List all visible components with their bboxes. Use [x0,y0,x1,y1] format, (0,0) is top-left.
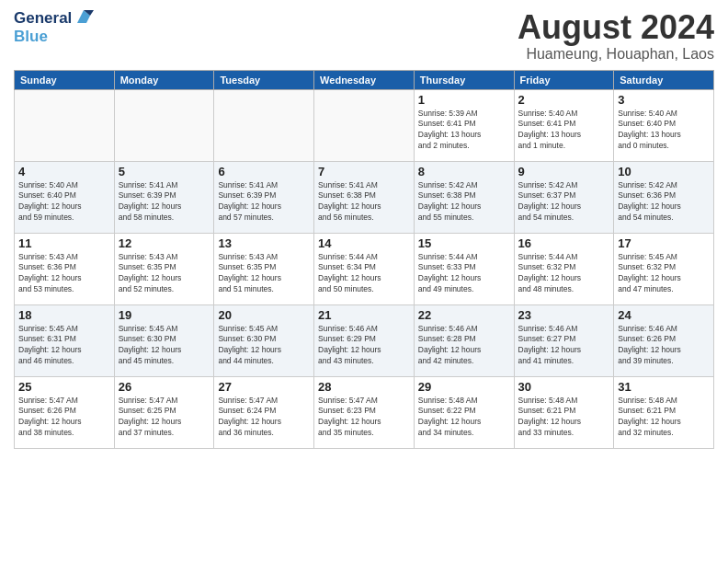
day-info: Sunrise: 5:48 AMSunset: 6:21 PMDaylight:… [618,396,710,440]
day-info: Sunrise: 5:42 AMSunset: 6:36 PMDaylight:… [618,180,710,224]
calendar-cell: 7Sunrise: 5:41 AMSunset: 6:38 PMDaylight… [314,161,415,233]
calendar-cell: 30Sunrise: 5:48 AMSunset: 6:21 PMDayligh… [514,376,614,448]
day-number: 24 [618,308,710,322]
calendar-week-4: 18Sunrise: 5:45 AMSunset: 6:31 PMDayligh… [15,304,714,376]
calendar-cell: 27Sunrise: 5:47 AMSunset: 6:24 PMDayligh… [214,376,314,448]
header: General Blue August 2024 Huameung, Houap… [14,9,714,63]
day-info: Sunrise: 5:43 AMSunset: 6:36 PMDaylight:… [18,252,110,296]
day-info: Sunrise: 5:47 AMSunset: 6:25 PMDaylight:… [119,396,210,440]
calendar-cell: 26Sunrise: 5:47 AMSunset: 6:25 PMDayligh… [114,376,214,448]
day-info: Sunrise: 5:46 AMSunset: 6:29 PMDaylight:… [318,324,410,368]
subtitle: Huameung, Houaphan, Laos [518,46,714,63]
day-info: Sunrise: 5:41 AMSunset: 6:39 PMDaylight:… [218,180,310,224]
calendar-cell: 10Sunrise: 5:42 AMSunset: 6:36 PMDayligh… [614,161,714,233]
day-number: 30 [518,380,610,394]
day-number: 17 [618,236,710,250]
day-number: 15 [418,236,510,250]
calendar-cell: 18Sunrise: 5:45 AMSunset: 6:31 PMDayligh… [15,304,115,376]
day-info: Sunrise: 5:40 AMSunset: 6:41 PMDaylight:… [518,109,610,153]
day-info: Sunrise: 5:44 AMSunset: 6:34 PMDaylight:… [318,252,410,296]
logo-icon [74,6,94,27]
calendar-cell: 17Sunrise: 5:45 AMSunset: 6:32 PMDayligh… [614,233,714,304]
day-info: Sunrise: 5:41 AMSunset: 6:39 PMDaylight:… [119,180,210,224]
day-number: 8 [418,165,510,178]
page: General Blue August 2024 Huameung, Houap… [0,0,728,563]
day-number: 13 [218,236,310,250]
title-area: August 2024 Huameung, Houaphan, Laos [518,9,714,63]
calendar-cell: 2Sunrise: 5:40 AMSunset: 6:41 PMDaylight… [514,89,614,161]
logo-general: General [14,9,72,28]
day-info: Sunrise: 5:40 AMSunset: 6:40 PMDaylight:… [618,109,710,153]
calendar-cell [314,89,415,161]
day-info: Sunrise: 5:47 AMSunset: 6:23 PMDaylight:… [318,396,410,440]
calendar-header-monday: Monday [114,70,214,89]
calendar-cell: 19Sunrise: 5:45 AMSunset: 6:30 PMDayligh… [114,304,214,376]
calendar-cell: 8Sunrise: 5:42 AMSunset: 6:38 PMDaylight… [414,161,514,233]
day-info: Sunrise: 5:44 AMSunset: 6:33 PMDaylight:… [418,252,510,296]
day-number: 27 [218,380,310,394]
day-number: 7 [318,165,410,178]
day-number: 11 [18,236,110,250]
day-info: Sunrise: 5:43 AMSunset: 6:35 PMDaylight:… [218,252,310,296]
day-number: 26 [119,380,210,394]
day-number: 31 [618,380,710,394]
day-info: Sunrise: 5:39 AMSunset: 6:41 PMDaylight:… [418,109,510,153]
day-info: Sunrise: 5:46 AMSunset: 6:26 PMDaylight:… [618,324,710,368]
day-number: 16 [518,236,610,250]
day-info: Sunrise: 5:41 AMSunset: 6:38 PMDaylight:… [318,180,410,224]
calendar-cell: 1Sunrise: 5:39 AMSunset: 6:41 PMDaylight… [414,89,514,161]
day-number: 12 [119,236,210,250]
calendar-cell: 9Sunrise: 5:42 AMSunset: 6:37 PMDaylight… [514,161,614,233]
calendar-cell: 28Sunrise: 5:47 AMSunset: 6:23 PMDayligh… [314,376,415,448]
calendar-cell [114,89,214,161]
day-number: 2 [518,93,610,107]
day-number: 25 [18,380,110,394]
day-info: Sunrise: 5:45 AMSunset: 6:30 PMDaylight:… [218,324,310,368]
calendar-header-saturday: Saturday [614,70,714,89]
calendar-cell [214,89,314,161]
day-number: 22 [418,308,510,322]
calendar-cell: 24Sunrise: 5:46 AMSunset: 6:26 PMDayligh… [614,304,714,376]
day-info: Sunrise: 5:47 AMSunset: 6:26 PMDaylight:… [18,396,110,440]
calendar-cell: 16Sunrise: 5:44 AMSunset: 6:32 PMDayligh… [514,233,614,304]
calendar-cell: 14Sunrise: 5:44 AMSunset: 6:34 PMDayligh… [314,233,415,304]
calendar-header-tuesday: Tuesday [214,70,314,89]
day-number: 1 [418,93,510,107]
day-number: 9 [518,165,610,178]
logo-line: General [14,9,94,28]
calendar-cell: 20Sunrise: 5:45 AMSunset: 6:30 PMDayligh… [214,304,314,376]
calendar-week-3: 11Sunrise: 5:43 AMSunset: 6:36 PMDayligh… [15,233,714,304]
day-info: Sunrise: 5:42 AMSunset: 6:38 PMDaylight:… [418,180,510,224]
calendar-cell: 21Sunrise: 5:46 AMSunset: 6:29 PMDayligh… [314,304,415,376]
calendar-header-friday: Friday [514,70,614,89]
calendar-cell: 5Sunrise: 5:41 AMSunset: 6:39 PMDaylight… [114,161,214,233]
day-number: 20 [218,308,310,322]
calendar-cell: 4Sunrise: 5:40 AMSunset: 6:40 PMDaylight… [15,161,115,233]
calendar: SundayMondayTuesdayWednesdayThursdayFrid… [14,70,714,449]
day-info: Sunrise: 5:45 AMSunset: 6:32 PMDaylight:… [618,252,710,296]
calendar-header-thursday: Thursday [414,70,514,89]
calendar-header-sunday: Sunday [15,70,115,89]
day-number: 23 [518,308,610,322]
day-info: Sunrise: 5:47 AMSunset: 6:24 PMDaylight:… [218,396,310,440]
day-info: Sunrise: 5:46 AMSunset: 6:27 PMDaylight:… [518,324,610,368]
calendar-cell: 25Sunrise: 5:47 AMSunset: 6:26 PMDayligh… [15,376,115,448]
calendar-cell: 12Sunrise: 5:43 AMSunset: 6:35 PMDayligh… [114,233,214,304]
calendar-cell: 31Sunrise: 5:48 AMSunset: 6:21 PMDayligh… [614,376,714,448]
calendar-header-row: SundayMondayTuesdayWednesdayThursdayFrid… [15,70,714,89]
calendar-cell: 11Sunrise: 5:43 AMSunset: 6:36 PMDayligh… [15,233,115,304]
calendar-cell: 29Sunrise: 5:48 AMSunset: 6:22 PMDayligh… [414,376,514,448]
day-info: Sunrise: 5:48 AMSunset: 6:22 PMDaylight:… [418,396,510,440]
logo-blue-text: Blue [14,28,48,45]
day-number: 28 [318,380,410,394]
calendar-cell: 13Sunrise: 5:43 AMSunset: 6:35 PMDayligh… [214,233,314,304]
day-number: 19 [119,308,210,322]
day-info: Sunrise: 5:45 AMSunset: 6:31 PMDaylight:… [18,324,110,368]
logo: General Blue [14,9,94,46]
day-number: 18 [18,308,110,322]
calendar-cell: 6Sunrise: 5:41 AMSunset: 6:39 PMDaylight… [214,161,314,233]
day-number: 3 [618,93,710,107]
calendar-cell: 23Sunrise: 5:46 AMSunset: 6:27 PMDayligh… [514,304,614,376]
day-info: Sunrise: 5:43 AMSunset: 6:35 PMDaylight:… [119,252,210,296]
day-info: Sunrise: 5:45 AMSunset: 6:30 PMDaylight:… [119,324,210,368]
